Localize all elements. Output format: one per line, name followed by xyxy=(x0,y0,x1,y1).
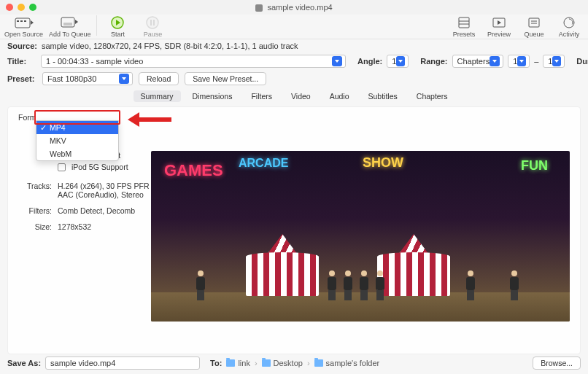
browse-button[interactable]: Browse... xyxy=(533,357,581,370)
activity-button[interactable]: Activity xyxy=(554,15,584,38)
chevron-down-icon xyxy=(332,56,342,66)
start-button[interactable]: Start xyxy=(103,15,132,38)
reload-button[interactable]: Reload xyxy=(139,72,179,85)
open-source-icon xyxy=(9,15,39,30)
tab-video[interactable]: Video xyxy=(284,90,318,102)
neon-sign-2: ARCADE xyxy=(239,157,288,170)
figure-1 xyxy=(326,270,338,300)
angle-select[interactable]: 1 xyxy=(387,55,409,68)
title-select[interactable]: 1 - 00:04:33 - sample video xyxy=(41,55,346,68)
presets-label: Presets xyxy=(453,31,476,38)
save-as-value: sample video.mp4 xyxy=(50,359,115,367)
svg-rect-1 xyxy=(17,20,19,22)
size-value: 1278x532 xyxy=(58,222,91,231)
start-label: Start xyxy=(111,31,125,38)
chevron-down-icon xyxy=(517,56,526,66)
ipod-checkbox[interactable] xyxy=(58,163,66,171)
chevron-right-icon: › xyxy=(255,359,258,367)
preset-label: Preset: xyxy=(7,74,36,83)
range-mode-select[interactable]: Chapters xyxy=(452,55,504,68)
preset-select[interactable]: Fast 1080p30 xyxy=(42,72,133,85)
circus-tent-1 xyxy=(239,234,326,296)
source-value: sample video, 1280x720, 24 FPS, SDR (8-b… xyxy=(42,42,298,50)
tab-audio[interactable]: Audio xyxy=(322,90,357,102)
range-from-select[interactable]: 1 xyxy=(508,55,530,68)
svg-rect-11 xyxy=(459,17,469,28)
preset-value: Fast 1080p30 xyxy=(47,74,96,83)
annotation-arrow xyxy=(128,112,171,126)
open-source-button[interactable]: Open Source xyxy=(4,15,43,38)
queue-label: Queue xyxy=(524,31,543,38)
save-as-field[interactable]: sample video.mp4 xyxy=(45,357,200,370)
add-to-queue-icon xyxy=(55,15,85,30)
save-new-preset-button[interactable]: Save New Preset... xyxy=(185,72,266,85)
queue-icon xyxy=(519,15,549,30)
figure-2 xyxy=(342,270,354,300)
titlebar: sample video.mp4 xyxy=(0,0,588,15)
title-row: Title: 1 - 00:04:33 - sample video Angle… xyxy=(0,52,588,70)
destination-path[interactable]: link › Desktop › sample's folder xyxy=(226,359,379,367)
title-select-value: 1 - 00:04:33 - sample video xyxy=(46,57,143,66)
folder-icon xyxy=(262,359,271,367)
svg-rect-2 xyxy=(20,20,23,22)
tab-summary[interactable]: Summary xyxy=(134,90,181,102)
open-source-label: Open Source xyxy=(4,31,43,38)
filters-value: Comb Detect, Decomb xyxy=(58,206,135,215)
pause-button: Pause xyxy=(138,15,167,38)
add-to-queue-label: Add To Queue xyxy=(49,31,90,38)
to-label: To: xyxy=(210,359,222,367)
range-mode-value: Chapters xyxy=(457,57,490,66)
neon-sign-3: SHOW xyxy=(363,155,403,171)
add-to-queue-button[interactable]: Add To Queue xyxy=(49,15,90,38)
summary-panel: Form MP4 MKV WebM Align A/V Start iPod 5… xyxy=(7,106,581,354)
size-label: Size: xyxy=(18,222,52,231)
svg-rect-5 xyxy=(63,23,72,26)
video-preview: GAMES ARCADE SHOW FUN xyxy=(151,151,570,322)
neon-sign-4: FUN xyxy=(521,158,548,174)
format-option-mkv[interactable]: MKV xyxy=(36,134,118,147)
tab-subtitles[interactable]: Subtitles xyxy=(361,90,405,102)
svg-rect-3 xyxy=(24,20,26,22)
neon-sign-1: GAMES xyxy=(164,161,223,180)
tab-dimensions[interactable]: Dimensions xyxy=(185,90,240,102)
path-seg-0: link xyxy=(238,359,250,367)
chevron-down-icon xyxy=(396,56,405,66)
svg-rect-0 xyxy=(15,18,30,28)
svg-marker-15 xyxy=(498,20,501,25)
format-dropdown-menu[interactable]: MP4 MKV WebM xyxy=(36,120,119,161)
pause-label: Pause xyxy=(144,31,163,38)
svg-rect-10 xyxy=(153,20,155,26)
activity-icon xyxy=(554,15,584,30)
svg-rect-4 xyxy=(61,17,74,27)
preview-icon xyxy=(484,15,514,30)
source-row: Source: sample video, 1280x720, 24 FPS, … xyxy=(0,39,588,52)
figure-3 xyxy=(358,270,370,300)
presets-button[interactable]: Presets xyxy=(449,15,479,38)
queue-button[interactable]: Queue xyxy=(519,15,549,38)
preview-button[interactable]: Preview xyxy=(484,15,514,38)
chevron-right-icon: › xyxy=(307,359,310,367)
tab-chapters[interactable]: Chapters xyxy=(409,90,455,102)
format-label: Form xyxy=(18,113,36,122)
document-icon xyxy=(255,4,263,12)
title-label: Title: xyxy=(7,57,36,66)
chevron-down-icon xyxy=(490,56,500,66)
chevron-down-icon xyxy=(552,56,561,66)
figure-6 xyxy=(465,270,476,300)
preset-row: Preset: Fast 1080p30 Reload Save New Pre… xyxy=(0,70,588,87)
path-seg-2: sample's folder xyxy=(326,359,380,367)
tab-filters[interactable]: Filters xyxy=(244,90,279,102)
angle-label: Angle: xyxy=(357,57,382,66)
ipod-label: iPod 5G Support xyxy=(71,163,128,171)
tracks-label: Tracks: xyxy=(18,182,52,199)
figure-5 xyxy=(195,270,206,300)
range-dash: – xyxy=(534,57,538,66)
save-as-label: Save As: xyxy=(7,359,41,367)
format-option-webm[interactable]: WebM xyxy=(36,147,118,160)
source-label: Source: xyxy=(7,42,37,50)
preview-label: Preview xyxy=(487,31,511,38)
range-to-select[interactable]: 1 xyxy=(543,55,565,68)
window-title: sample video.mp4 xyxy=(0,3,588,12)
tracks-line1: H.264 (x264), 30 FPS PFR xyxy=(58,182,149,190)
folder-icon xyxy=(226,359,235,367)
